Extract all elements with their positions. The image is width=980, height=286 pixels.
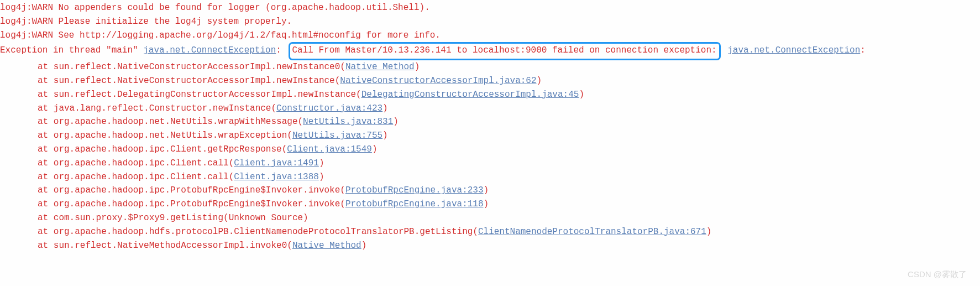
stack-frame: at org.apache.hadoop.net.NetUtils.wrapWi…	[0, 115, 980, 129]
warn-text: log4j:WARN No appenders could be found f…	[0, 3, 430, 13]
stack-at-text: at org.apache.hadoop.ipc.Client.getRpcRe…	[38, 144, 287, 154]
stack-frame: at sun.reflect.NativeConstructorAccessor…	[0, 60, 980, 74]
exception-line: Exception in thread "main" java.net.Conn…	[0, 42, 980, 60]
source-link[interactable]: NetUtils.java:831	[303, 117, 393, 127]
log-warn-line: log4j:WARN Please initialize the log4j s…	[0, 15, 980, 29]
stack-frame: at org.apache.hadoop.hdfs.protocolPB.Cli…	[0, 225, 980, 239]
exception-class-link[interactable]: java.net.ConnectException	[143, 45, 276, 55]
warn-text: log4j:WARN Please initialize the log4j s…	[0, 17, 292, 27]
source-link[interactable]: Client.java:1549	[287, 144, 372, 154]
close-paren: )	[484, 185, 489, 195]
close-paren: )	[393, 117, 399, 127]
stack-trace: at sun.reflect.NativeConstructorAccessor…	[0, 60, 980, 252]
source-link[interactable]: DelegatingConstructorAccessorImpl.java:4…	[361, 90, 579, 100]
close-paren: )	[361, 241, 367, 251]
stack-at-text: at com.sun.proxy.$Proxy9.getListing(Unkn…	[38, 213, 308, 223]
source-link[interactable]: ProtobufRpcEngine.java:118	[345, 199, 484, 209]
stack-frame: at sun.reflect.DelegatingConstructorAcce…	[0, 88, 980, 102]
stack-frame: at org.apache.hadoop.ipc.ProtobufRpcEngi…	[0, 197, 980, 211]
stack-frame: at org.apache.hadoop.ipc.Client.getRpcRe…	[0, 143, 980, 157]
close-paren: )	[484, 199, 489, 209]
log-warn-line: log4j:WARN See http://logging.apache.org…	[0, 29, 980, 43]
highlighted-message: Call From Master/10.13.236.141 to localh…	[289, 42, 721, 60]
close-paren: )	[382, 103, 388, 113]
stack-at-text: at sun.reflect.NativeConstructorAccessor…	[38, 62, 345, 72]
log-warn-line: log4j:WARN No appenders could be found f…	[0, 1, 980, 15]
close-paren: )	[579, 90, 584, 100]
close-paren: )	[537, 76, 542, 86]
source-link[interactable]: Client.java:1491	[234, 158, 319, 168]
close-paren: )	[415, 62, 420, 72]
source-link[interactable]: Native Method	[345, 62, 415, 72]
stack-frame: at sun.reflect.NativeConstructorAccessor…	[0, 74, 980, 88]
colon: :	[276, 45, 286, 55]
source-link[interactable]: ClientNamenodeProtocolTranslatorPB.java:…	[478, 227, 706, 237]
stack-at-text: at sun.reflect.NativeConstructorAccessor…	[38, 76, 340, 86]
close-paren: )	[319, 172, 324, 182]
close-paren: )	[382, 131, 388, 141]
warn-text: log4j:WARN See http://logging.apache.org…	[0, 30, 441, 40]
source-link[interactable]: ProtobufRpcEngine.java:233	[345, 185, 484, 195]
close-paren: )	[319, 158, 324, 168]
stack-at-text: at org.apache.hadoop.ipc.Client.call(	[38, 158, 234, 168]
colon: :	[860, 45, 866, 55]
stack-frame: at java.lang.reflect.Constructor.newInst…	[0, 102, 980, 116]
close-paren: )	[706, 227, 712, 237]
stack-at-text: at org.apache.hadoop.net.NetUtils.wrapEx…	[38, 131, 292, 141]
exception-class-link[interactable]: java.net.ConnectException	[727, 45, 860, 55]
stack-frame: at org.apache.hadoop.net.NetUtils.wrapEx…	[0, 129, 980, 143]
highlighted-text: Call From Master/10.13.236.141 to localh…	[292, 45, 717, 55]
stack-at-text: at org.apache.hadoop.ipc.Client.call(	[38, 172, 234, 182]
stack-at-text: at org.apache.hadoop.ipc.ProtobufRpcEngi…	[38, 185, 345, 195]
stack-frame: at org.apache.hadoop.ipc.ProtobufRpcEngi…	[0, 184, 980, 197]
stack-frame: at sun.reflect.NativeMethodAccessorImpl.…	[0, 239, 980, 253]
source-link[interactable]: Native Method	[292, 241, 361, 251]
stack-frame: at org.apache.hadoop.ipc.Client.call(Cli…	[0, 157, 980, 170]
space	[722, 45, 728, 55]
close-paren: )	[372, 144, 378, 154]
stack-at-text: at sun.reflect.NativeMethodAccessorImpl.…	[38, 241, 292, 251]
stack-frame: at org.apache.hadoop.ipc.Client.call(Cli…	[0, 170, 980, 184]
stack-at-text: at java.lang.reflect.Constructor.newInst…	[38, 103, 276, 113]
stack-at-text: at org.apache.hadoop.net.NetUtils.wrapWi…	[38, 117, 303, 127]
stack-at-text: at org.apache.hadoop.ipc.ProtobufRpcEngi…	[38, 199, 345, 209]
stack-at-text: at sun.reflect.DelegatingConstructorAcce…	[38, 90, 361, 100]
source-link[interactable]: Constructor.java:423	[276, 103, 382, 113]
source-link[interactable]: NativeConstructorAccessorImpl.java:62	[340, 76, 536, 86]
source-link[interactable]: NetUtils.java:755	[292, 131, 382, 141]
stack-frame: at com.sun.proxy.$Proxy9.getListing(Unkn…	[0, 211, 980, 225]
stack-at-text: at org.apache.hadoop.hdfs.protocolPB.Cli…	[38, 227, 478, 237]
source-link[interactable]: Client.java:1388	[234, 172, 319, 182]
exception-prefix: Exception in thread "main"	[0, 45, 143, 55]
